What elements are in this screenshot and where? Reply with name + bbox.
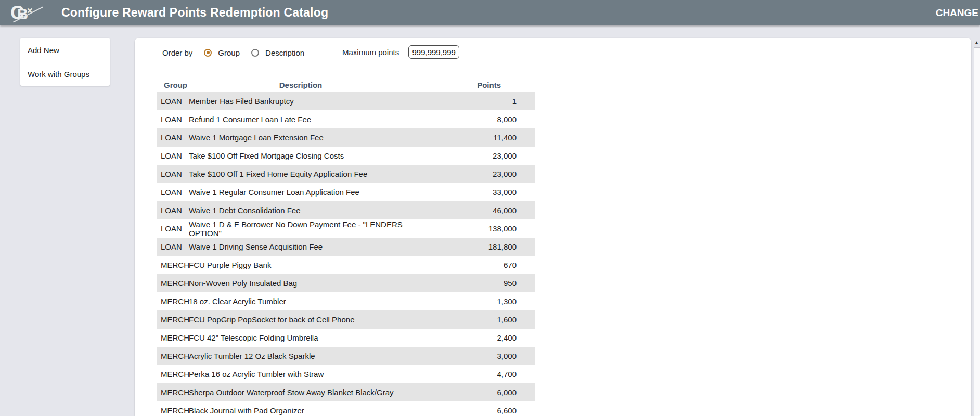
description-cell: Black Journal with Pad Organizer bbox=[189, 406, 412, 415]
description-cell: Member Has Filed Bankruptcy bbox=[189, 97, 412, 106]
table-row[interactable]: LOANWaive 1 Debt Consolidation Fee46,000 bbox=[157, 201, 535, 219]
table-row[interactable]: LOANWaive 1 Mortgage Loan Extension Fee1… bbox=[157, 128, 535, 147]
group-cell: MERCH bbox=[157, 370, 189, 379]
points-cell: 3,000 bbox=[412, 352, 535, 360]
points-cell: 1,300 bbox=[412, 297, 535, 306]
table-row[interactable]: MERCH18 oz. Clear Acrylic Tumbler1,300 bbox=[157, 292, 535, 310]
table-row[interactable]: LOANWaive 1 D & E Borrower No Down Payme… bbox=[157, 219, 535, 238]
description-cell: FCU Purple Piggy Bank bbox=[189, 261, 412, 269]
group-cell: LOAN bbox=[157, 206, 189, 215]
radio-description-label: Description bbox=[265, 48, 304, 57]
column-header-description: Description bbox=[189, 81, 412, 89]
radio-group-label: Group bbox=[218, 48, 240, 57]
description-cell: Sherpa Outdoor Waterproof Stow Away Blan… bbox=[189, 388, 412, 397]
table-row[interactable]: LOANTake $100 Off Fixed Mortgage Closing… bbox=[157, 147, 535, 165]
points-cell: 6,000 bbox=[412, 388, 535, 397]
vertical-scrollbar[interactable]: ▲ bbox=[973, 38, 980, 416]
group-cell: LOAN bbox=[157, 97, 189, 106]
top-bar: CB✕ Configure Reward Points Redemption C… bbox=[0, 0, 980, 25]
points-cell: 8,000 bbox=[412, 115, 535, 124]
table-row[interactable]: MERCHNon-Woven Poly Insulated Bag950 bbox=[157, 274, 535, 292]
main-content-card: Order by Group Description Maximum point… bbox=[135, 38, 971, 416]
table-row[interactable]: LOANRefund 1 Consumer Loan Late Fee8,000 bbox=[157, 110, 535, 128]
maximum-points-control: Maximum points bbox=[342, 44, 459, 60]
radio-order-by-group[interactable]: Group bbox=[204, 48, 240, 57]
description-cell: Waive 1 Debt Consolidation Fee bbox=[189, 206, 412, 215]
sidebar-item-label: Work with Groups bbox=[28, 70, 89, 79]
table-row[interactable]: MERCHFCU 42" Telescopic Folding Umbrella… bbox=[157, 329, 535, 347]
table-row[interactable]: MERCHBlack Journal with Pad Organizer6,6… bbox=[157, 401, 535, 416]
description-cell: Non-Woven Poly Insulated Bag bbox=[189, 279, 412, 288]
points-cell: 950 bbox=[412, 279, 535, 288]
group-cell: MERCH bbox=[157, 261, 189, 269]
points-cell: 2,400 bbox=[412, 333, 535, 342]
app-window: CB✕ Configure Reward Points Redemption C… bbox=[0, 0, 980, 416]
sidebar-item-label: Add New bbox=[28, 46, 59, 55]
order-by-label: Order by bbox=[162, 48, 192, 57]
group-cell: LOAN bbox=[157, 151, 189, 160]
group-cell: LOAN bbox=[157, 224, 189, 233]
radio-selected-icon bbox=[204, 49, 212, 57]
group-cell: LOAN bbox=[157, 242, 189, 251]
group-cell: MERCH bbox=[157, 406, 189, 415]
points-cell: 138,000 bbox=[412, 224, 535, 233]
sidebar-item-work-with-groups[interactable]: Work with Groups bbox=[20, 62, 110, 86]
description-cell: Waive 1 Mortgage Loan Extension Fee bbox=[189, 133, 412, 142]
table-row[interactable]: LOANTake $100 Off 1 Fixed Home Equity Ap… bbox=[157, 165, 535, 183]
table-row[interactable]: MERCHFCU PopGrip PopSocket for back of C… bbox=[157, 310, 535, 329]
description-cell: Perka 16 oz Acrylic Tumbler with Straw bbox=[189, 370, 412, 379]
points-cell: 4,700 bbox=[412, 370, 535, 379]
description-cell: Waive 1 Regular Consumer Loan Applicatio… bbox=[189, 188, 412, 197]
table-row[interactable]: MERCHSherpa Outdoor Waterproof Stow Away… bbox=[157, 383, 535, 401]
order-by-control: Order by Group Description bbox=[162, 45, 304, 60]
table-header-row: Group Description Points bbox=[157, 78, 535, 92]
group-cell: LOAN bbox=[157, 188, 189, 197]
group-cell: MERCH bbox=[157, 279, 189, 288]
description-cell: Waive 1 Driving Sense Acquisition Fee bbox=[189, 242, 412, 251]
sidebar: Add New Work with Groups bbox=[20, 38, 110, 86]
description-cell: Take $100 Off 1 Fixed Home Equity Applic… bbox=[189, 170, 412, 178]
scrollbar-track[interactable] bbox=[974, 47, 980, 416]
description-cell: FCU 42" Telescopic Folding Umbrella bbox=[189, 333, 412, 342]
description-cell: Take $100 Off Fixed Mortgage Closing Cos… bbox=[189, 151, 412, 160]
scroll-up-arrow-icon[interactable]: ▲ bbox=[973, 40, 980, 45]
column-header-points: Points bbox=[412, 81, 535, 89]
points-cell: 670 bbox=[412, 261, 535, 269]
maximum-points-input[interactable] bbox=[408, 45, 459, 59]
radio-unselected-icon bbox=[251, 49, 259, 57]
group-cell: MERCH bbox=[157, 352, 189, 360]
controls-divider bbox=[162, 67, 711, 67]
table-row[interactable]: MERCHPerka 16 oz Acrylic Tumbler with St… bbox=[157, 365, 535, 383]
app-logo-icon: CB✕ bbox=[10, 2, 48, 24]
column-header-group: Group bbox=[157, 81, 189, 89]
points-cell: 6,600 bbox=[412, 406, 535, 415]
table-row[interactable]: LOANWaive 1 Driving Sense Acquisition Fe… bbox=[157, 238, 535, 256]
points-cell: 11,400 bbox=[412, 133, 535, 142]
points-cell: 23,000 bbox=[412, 170, 535, 178]
points-cell: 46,000 bbox=[412, 206, 535, 215]
table-row[interactable]: LOANWaive 1 Regular Consumer Loan Applic… bbox=[157, 183, 535, 201]
description-cell: Refund 1 Consumer Loan Late Fee bbox=[189, 115, 412, 124]
description-cell: Acrylic Tumbler 12 Oz Black Sparkle bbox=[189, 352, 412, 360]
points-cell: 1,600 bbox=[412, 315, 535, 324]
group-cell: MERCH bbox=[157, 315, 189, 324]
group-cell: MERCH bbox=[157, 333, 189, 342]
points-cell: 33,000 bbox=[412, 188, 535, 197]
points-cell: 23,000 bbox=[412, 151, 535, 160]
maximum-points-label: Maximum points bbox=[342, 48, 399, 57]
sidebar-item-add-new[interactable]: Add New bbox=[20, 38, 110, 62]
table-row[interactable]: MERCHAcrylic Tumbler 12 Oz Black Sparkle… bbox=[157, 347, 535, 365]
table-row[interactable]: MERCHFCU Purple Piggy Bank670 bbox=[157, 256, 535, 274]
group-cell: LOAN bbox=[157, 115, 189, 124]
description-cell: 18 oz. Clear Acrylic Tumbler bbox=[189, 297, 412, 306]
table-body: LOANMember Has Filed Bankruptcy1LOANRefu… bbox=[157, 92, 535, 416]
group-cell: LOAN bbox=[157, 170, 189, 178]
radio-order-by-description[interactable]: Description bbox=[251, 48, 304, 57]
group-cell: MERCH bbox=[157, 297, 189, 306]
points-cell: 181,800 bbox=[412, 242, 535, 251]
group-cell: LOAN bbox=[157, 133, 189, 142]
change-button[interactable]: CHANGE bbox=[936, 0, 978, 25]
group-cell: MERCH bbox=[157, 388, 189, 397]
table-row[interactable]: LOANMember Has Filed Bankruptcy1 bbox=[157, 92, 535, 110]
page-title: Configure Reward Points Redemption Catal… bbox=[61, 6, 328, 20]
